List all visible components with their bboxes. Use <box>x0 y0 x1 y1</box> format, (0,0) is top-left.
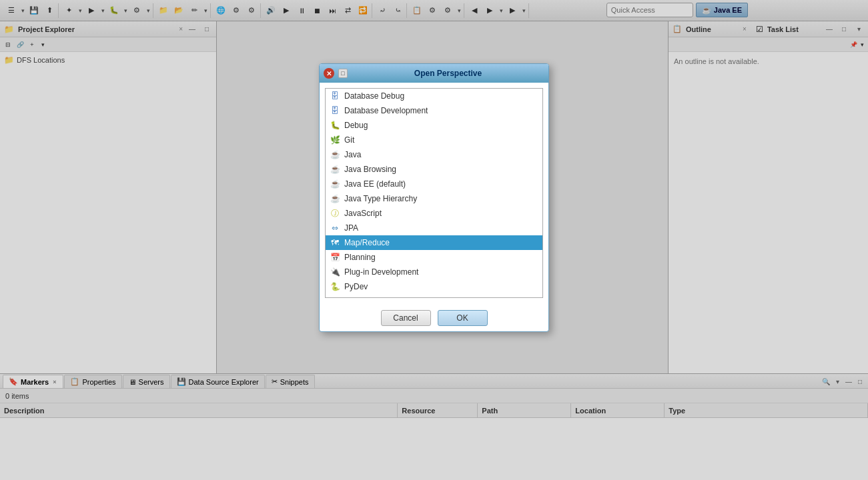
cancel-button[interactable]: Cancel <box>381 310 431 326</box>
map-reduce-label: Map/Reduce <box>344 238 390 247</box>
debug-label: Debug <box>344 121 368 130</box>
perspective-item-db-dev[interactable]: 🗄 Database Development <box>326 103 542 118</box>
javascript-label: JavaScript <box>344 209 382 218</box>
dialog-title: Open Perspective <box>352 69 544 78</box>
perspective-item-db-debug[interactable]: 🗄 Database Debug <box>326 89 542 103</box>
perspective-item-pydev[interactable]: 🐍 PyDev <box>326 279 542 294</box>
java-icon: ☕ <box>330 149 340 160</box>
perspective-item-debug[interactable]: 🐛 Debug <box>326 118 542 133</box>
perspective-item-jpa[interactable]: ⇔ JPA <box>326 221 542 235</box>
jpa-label: JPA <box>344 223 358 233</box>
javascript-icon: Ⓙ <box>330 208 340 219</box>
open-perspective-dialog: ✕ □ Open Perspective 🗄 Database Debug 🗄 … <box>319 63 549 332</box>
java-ee-dialog-label: Java EE (default) <box>344 179 406 189</box>
perspective-item-git[interactable]: 🌿 Git <box>326 133 542 147</box>
java-ee-dialog-icon: ☕ <box>330 179 340 189</box>
perspective-item-planning[interactable]: 📅 Planning <box>326 250 542 265</box>
planning-icon: 📅 <box>330 252 340 263</box>
git-label: Git <box>344 135 354 145</box>
db-debug-icon: 🗄 <box>330 91 340 101</box>
debug-icon: 🐛 <box>330 120 340 131</box>
db-dev-icon: 🗄 <box>330 105 340 116</box>
map-reduce-icon: 🗺 <box>330 237 340 248</box>
perspective-item-java[interactable]: ☕ Java <box>326 147 542 162</box>
java-browsing-label: Java Browsing <box>344 165 396 174</box>
pydev-icon: 🐍 <box>330 281 340 292</box>
dialog-titlebar: ✕ □ Open Perspective <box>320 64 548 83</box>
perspective-item-java-browsing[interactable]: ☕ Java Browsing <box>326 162 542 177</box>
db-debug-label: Database Debug <box>344 91 404 101</box>
perspective-list[interactable]: 🗄 Database Debug 🗄 Database Development … <box>325 88 543 298</box>
dialog-buttons: Cancel OK <box>320 303 548 331</box>
java-type-icon: ☕ <box>330 193 340 204</box>
jpa-icon: ⇔ <box>330 223 340 233</box>
planning-label: Planning <box>344 253 376 262</box>
dialog-close-btn[interactable]: ✕ <box>324 68 334 79</box>
perspective-item-map-reduce[interactable]: 🗺 Map/Reduce <box>326 235 542 250</box>
perspective-item-javascript[interactable]: Ⓙ JavaScript <box>326 206 542 221</box>
dialog-overlay: ✕ □ Open Perspective 🗄 Database Debug 🗄 … <box>0 0 868 480</box>
git-icon: 🌿 <box>330 135 340 145</box>
dialog-content: 🗄 Database Debug 🗄 Database Development … <box>320 83 548 303</box>
perspective-item-java-type[interactable]: ☕ Java Type Hierarchy <box>326 191 542 206</box>
java-type-label: Java Type Hierarchy <box>344 194 417 203</box>
db-dev-label: Database Development <box>344 106 428 115</box>
dialog-min-btn[interactable]: □ <box>338 69 348 78</box>
perspective-item-java-ee[interactable]: ☕ Java EE (default) <box>326 177 542 191</box>
pydev-label: PyDev <box>344 282 368 291</box>
perspective-item-plugin[interactable]: 🔌 Plug-in Development <box>326 265 542 279</box>
plugin-label: Plug-in Development <box>344 267 418 277</box>
ok-button[interactable]: OK <box>438 310 488 326</box>
java-label: Java <box>344 150 361 159</box>
java-browsing-icon: ☕ <box>330 164 340 175</box>
plugin-icon: 🔌 <box>330 267 340 277</box>
